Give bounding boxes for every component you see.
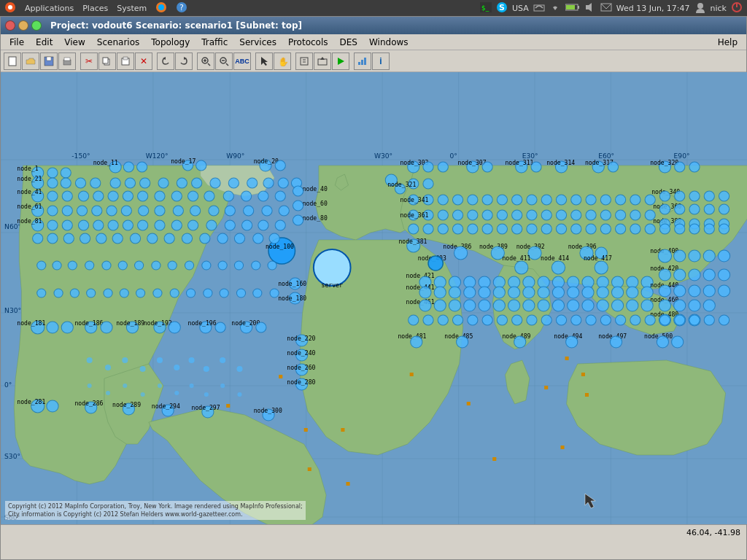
svg-point-394 [552,300,564,311]
menu-help[interactable]: Help [712,36,743,49]
svg-point-478 [630,224,640,234]
terminal-icon[interactable]: $_ [480,2,492,15]
simulation-button[interactable] [332,52,349,70]
svg-point-480 [659,224,670,234]
svg-point-101 [137,162,147,172]
text-label[interactable]: ABC [233,52,251,70]
svg-point-477 [616,224,626,234]
zoom-in-button[interactable] [197,52,214,70]
svg-point-119 [192,178,202,188]
new-button[interactable] [4,52,21,70]
svg-point-419 [47,233,58,244]
svg-point-483 [704,224,714,234]
select-tool[interactable] [255,52,273,70]
svg-point-382 [689,300,700,311]
svg-point-459 [220,289,228,298]
svg-text:node_294: node_294 [152,403,180,410]
menu-topology[interactable]: Topology [145,36,196,49]
svg-text:S30°: S30° [4,453,20,460]
undo-button[interactable] [157,52,174,70]
menu-edit[interactable]: Edit [30,36,58,49]
svg-point-500 [630,315,640,325]
svg-rect-47 [358,62,360,65]
battery-icon[interactable] [565,3,580,14]
maximize-button[interactable] [31,20,42,31]
menu-traffic[interactable]: Traffic [196,36,233,49]
svg-point-490 [482,315,492,325]
help-icon[interactable]: ? [176,1,187,15]
annotation-button[interactable] [295,52,313,70]
save-button[interactable] [40,52,58,70]
svg-point-182 [293,215,303,225]
cut-button[interactable]: ✂ [80,52,98,70]
system-bar-right: $_ S USA Wed 13 Jun, 17:47 nick [480,1,743,15]
close-button[interactable] [5,20,15,31]
system-menu[interactable]: System [117,4,147,13]
svg-text:node_41: node_41 [17,189,42,195]
network-icon[interactable] [533,1,545,15]
svg-point-463 [409,224,419,234]
svg-point-142 [223,191,233,201]
svg-point-146 [293,186,303,196]
menu-windows[interactable]: Windows [363,36,414,49]
svg-point-258 [704,191,714,201]
applications-menu[interactable]: Applications [25,4,74,13]
places-menu[interactable]: Places [82,4,108,13]
svg-rect-86 [467,402,471,405]
svg-point-145 [275,191,285,201]
minimize-button[interactable] [18,20,28,31]
skype-icon[interactable]: S [496,1,508,15]
svg-point-290 [497,210,507,220]
map-canvas[interactable]: N60° N30° 0° S30° S60° -150° W120° W90° … [1,72,747,524]
export-button[interactable] [314,52,331,70]
svg-point-371 [538,287,549,298]
svg-point-499 [616,315,626,325]
print-button[interactable] [58,52,76,70]
zoom-out-button[interactable] [215,52,233,70]
power-icon[interactable] [731,1,743,15]
svg-point-251 [423,179,433,189]
svg-point-181 [275,220,285,230]
svg-point-443 [202,261,211,270]
svg-point-151 [77,206,87,216]
open-button[interactable] [22,52,39,70]
username-icon[interactable] [694,1,706,15]
svg-point-175 [171,220,182,230]
svg-text:✋: ✋ [278,56,287,66]
svg-marker-46 [338,58,344,65]
svg-point-259 [719,191,729,201]
svg-point-144 [258,191,268,201]
svg-text:-150°: -150° [71,152,90,160]
ubuntu-icon[interactable] [4,1,16,15]
email-icon[interactable] [600,1,612,15]
svg-point-366 [464,287,476,298]
wifi-icon[interactable] [549,1,561,15]
svg-point-143 [241,191,252,201]
menu-view[interactable]: View [58,36,90,49]
svg-point-376 [611,287,623,298]
svg-point-441 [168,261,177,270]
statistics-button[interactable] [354,52,371,70]
menu-protocols[interactable]: Protocols [282,36,334,49]
delete-button[interactable]: ✕ [135,52,152,70]
info-button[interactable]: i [372,52,390,70]
svg-point-489 [468,315,478,325]
svg-text:node_100: node_100 [266,244,294,250]
menu-services[interactable]: Services [233,36,282,49]
svg-point-124 [278,178,288,188]
volume-icon[interactable] [584,1,596,15]
svg-text:node_289: node_289 [112,402,141,408]
pan-tool[interactable]: ✋ [274,52,291,70]
svg-text:✕: ✕ [140,56,147,66]
menu-file[interactable]: File [4,36,30,49]
svg-point-424 [130,233,140,244]
paste-button[interactable] [117,52,134,70]
svg-point-135 [108,191,118,201]
svg-text:node_21: node_21 [17,176,42,182]
svg-text:0°: 0° [4,381,12,389]
firefox-icon[interactable] [155,1,167,15]
copy-button[interactable] [98,52,116,70]
redo-button[interactable] [175,52,193,70]
menu-des[interactable]: DES [334,36,363,49]
menu-scenarios[interactable]: Scenarios [91,36,145,49]
